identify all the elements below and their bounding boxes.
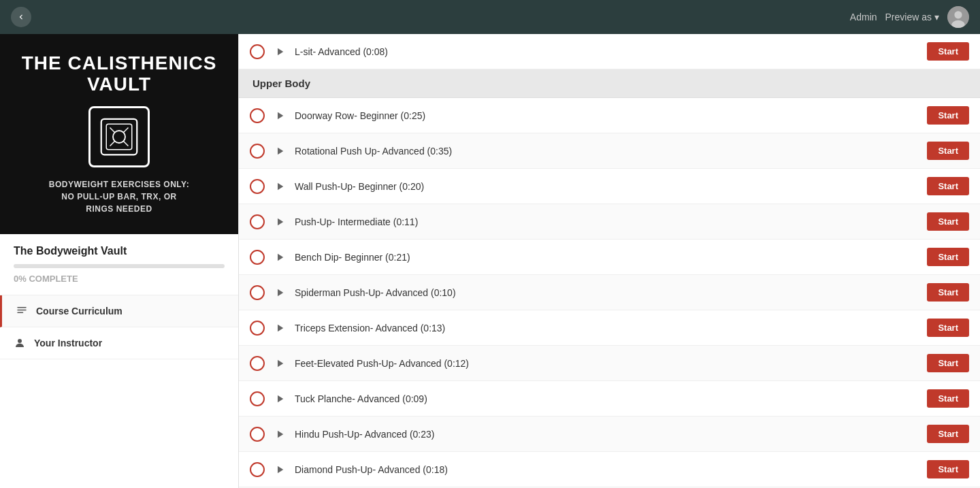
lesson-row: Hindu Push-Up- Advanced (0:23) Start bbox=[239, 417, 980, 452]
course-icon bbox=[88, 106, 150, 167]
lesson-title: Wall Push-Up- Beginner (0:20) bbox=[295, 181, 919, 192]
nav-left bbox=[11, 7, 31, 27]
sidebar-curriculum-label: Course Curriculum bbox=[36, 306, 122, 316]
video-icon bbox=[273, 144, 287, 158]
start-button[interactable]: Start bbox=[927, 142, 969, 160]
start-button[interactable]: Start bbox=[927, 248, 969, 266]
sidebar-item-instructor[interactable]: Your Instructor bbox=[0, 327, 238, 359]
lesson-row: Push-Up- Intermediate (0:11) Start bbox=[239, 204, 980, 240]
start-button[interactable]: Start bbox=[927, 389, 969, 408]
svg-line-8 bbox=[110, 141, 116, 146]
svg-line-7 bbox=[123, 127, 129, 133]
sidebar: THE CALISTHENICS VAULT BODYWEIGHT EXERCI… bbox=[0, 34, 239, 488]
lesson-row: Diamond Push-Up- Advanced (0:18) Start bbox=[239, 452, 980, 487]
lesson-title: Bench Dip- Beginner (0:21) bbox=[295, 252, 919, 263]
lesson-row: Tuck Planche- Advanced (0:09) Start bbox=[239, 381, 980, 417]
lesson-title: Triceps Extension- Advanced (0:13) bbox=[295, 323, 919, 334]
video-icon bbox=[273, 180, 287, 193]
svg-rect-11 bbox=[17, 309, 27, 310]
lesson-checkbox[interactable] bbox=[250, 250, 265, 265]
lesson-checkbox[interactable] bbox=[250, 179, 265, 194]
sidebar-instructor-label: Your Instructor bbox=[34, 338, 102, 348]
start-button[interactable]: Start bbox=[927, 354, 969, 372]
video-icon bbox=[273, 109, 287, 123]
lesson-row: Doorway Row- Beginner (0:25) Start bbox=[239, 98, 980, 133]
video-icon bbox=[273, 463, 287, 476]
section-header-upper-body: Upper Body bbox=[239, 69, 980, 98]
start-button[interactable]: Start bbox=[927, 319, 969, 337]
lesson-title: Spiderman Push-Up- Advanced (0:10) bbox=[295, 287, 919, 298]
start-button[interactable]: Start bbox=[927, 460, 969, 478]
lesson-row: Bench Dip- Beginner (0:21) Start bbox=[239, 240, 980, 275]
lesson-row: Wall Push-Up- Beginner (0:20) Start bbox=[239, 169, 980, 204]
start-button[interactable]: Start bbox=[927, 425, 969, 443]
video-icon bbox=[273, 286, 287, 299]
svg-point-1 bbox=[954, 11, 962, 18]
svg-line-9 bbox=[123, 141, 129, 146]
start-button[interactable]: Start bbox=[927, 212, 969, 231]
lesson-checkbox[interactable] bbox=[250, 321, 265, 336]
sidebar-navigation: Course Curriculum Your Instructor bbox=[0, 295, 238, 359]
lesson-title: Doorway Row- Beginner (0:25) bbox=[295, 110, 919, 121]
start-button[interactable]: Start bbox=[927, 42, 969, 61]
course-hero: THE CALISTHENICS VAULT BODYWEIGHT EXERCI… bbox=[0, 34, 238, 234]
svg-rect-10 bbox=[17, 307, 27, 308]
course-info: The Bodyweight Vault 0% COMPLETE bbox=[0, 234, 238, 295]
lesson-title: L-sit- Advanced (0:08) bbox=[295, 46, 919, 57]
video-icon bbox=[273, 392, 287, 406]
lesson-title: Tuck Planche- Advanced (0:09) bbox=[295, 393, 919, 404]
progress-label: 0% COMPLETE bbox=[14, 274, 225, 284]
lesson-checkbox[interactable] bbox=[250, 356, 265, 371]
progress-bar-background bbox=[14, 264, 225, 268]
lesson-row: Rotational Push Up- Advanced (0:35) Star… bbox=[239, 133, 980, 169]
svg-point-13 bbox=[18, 339, 22, 343]
start-button[interactable]: Start bbox=[927, 106, 969, 125]
course-title: THE CALISTHENICS VAULT bbox=[14, 53, 225, 95]
lesson-checkbox[interactable] bbox=[250, 391, 265, 406]
lesson-title: Hindu Push-Up- Advanced (0:23) bbox=[295, 429, 919, 440]
avatar[interactable] bbox=[947, 6, 969, 28]
lesson-checkbox[interactable] bbox=[250, 285, 265, 300]
lesson-checkbox[interactable] bbox=[250, 44, 265, 59]
video-icon bbox=[273, 357, 287, 370]
lesson-title: Diamond Push-Up- Advanced (0:18) bbox=[295, 464, 919, 475]
preview-as-button[interactable]: Preview as ▾ bbox=[885, 12, 939, 22]
nav-right: Admin Preview as ▾ bbox=[850, 6, 969, 28]
back-button[interactable] bbox=[11, 7, 31, 27]
main-content: L-sit- Advanced (0:08) Start Upper Body … bbox=[239, 34, 980, 488]
video-icon bbox=[273, 250, 287, 264]
course-subtitle: BODYWEIGHT EXERCISES ONLY:NO PULL-UP BAR… bbox=[14, 178, 225, 215]
sidebar-item-curriculum[interactable]: Course Curriculum bbox=[0, 295, 238, 327]
lesson-title: Rotational Push Up- Advanced (0:35) bbox=[295, 146, 919, 157]
lesson-checkbox[interactable] bbox=[250, 108, 265, 123]
lesson-checkbox[interactable] bbox=[250, 462, 265, 477]
video-icon bbox=[273, 427, 287, 441]
start-button[interactable]: Start bbox=[927, 283, 969, 302]
svg-line-6 bbox=[110, 127, 116, 133]
lesson-checkbox[interactable] bbox=[250, 427, 265, 442]
top-navigation: Admin Preview as ▾ bbox=[0, 0, 980, 34]
main-layout: THE CALISTHENICS VAULT BODYWEIGHT EXERCI… bbox=[0, 34, 980, 488]
lesson-checkbox[interactable] bbox=[250, 214, 265, 229]
video-icon bbox=[273, 45, 287, 59]
course-name: The Bodyweight Vault bbox=[14, 245, 225, 257]
lesson-title: Feet-Elevated Push-Up- Advanced (0:12) bbox=[295, 358, 919, 369]
lesson-title: Push-Up- Intermediate (0:11) bbox=[295, 216, 919, 227]
start-button[interactable]: Start bbox=[927, 177, 969, 195]
video-icon bbox=[273, 215, 287, 229]
svg-rect-12 bbox=[17, 312, 23, 313]
lesson-row: Spiderman Push-Up- Advanced (0:10) Start bbox=[239, 275, 980, 310]
lesson-row: Triceps Extension- Advanced (0:13) Start bbox=[239, 310, 980, 346]
lesson-row: Feet-Elevated Push-Up- Advanced (0:12) S… bbox=[239, 346, 980, 381]
lesson-row: L-sit- Advanced (0:08) Start bbox=[239, 34, 980, 69]
video-icon bbox=[273, 321, 287, 335]
admin-label: Admin bbox=[850, 12, 877, 22]
lesson-checkbox[interactable] bbox=[250, 144, 265, 159]
